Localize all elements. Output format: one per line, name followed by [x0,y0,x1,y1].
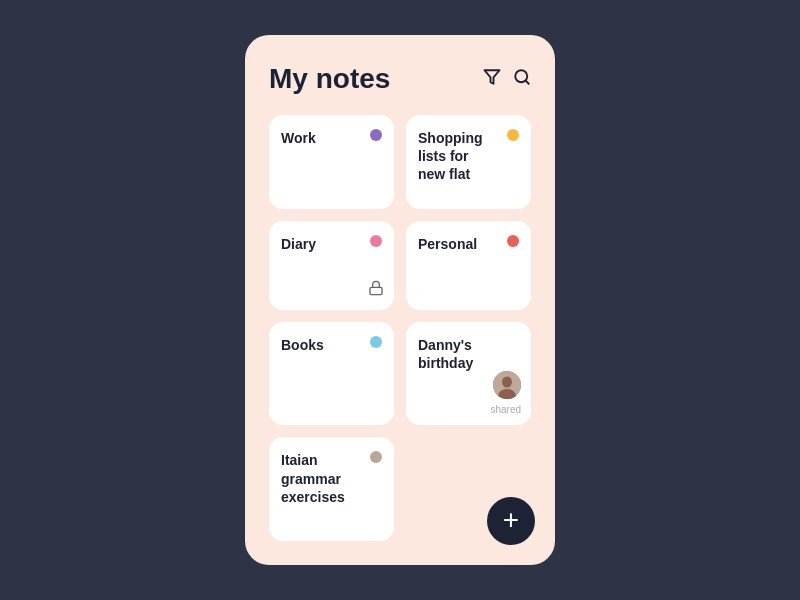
note-title-italian: Itaian grammar exercises [281,451,382,506]
note-card-shopping[interactable]: Shopping lists for new flat [406,115,531,209]
note-title-personal: Personal [418,235,519,253]
notes-grid: Work Shopping lists for new flat Diary P… [269,115,531,541]
add-note-button[interactable]: + [487,497,535,545]
search-icon[interactable] [513,68,531,91]
note-card-books[interactable]: Books [269,322,394,426]
svg-rect-3 [370,287,382,294]
note-dot-shopping [507,129,519,141]
header-icons [483,68,531,91]
filter-icon[interactable] [483,68,501,91]
note-card-diary[interactable]: Diary [269,221,394,310]
note-dot-books [370,336,382,348]
svg-point-5 [502,377,512,388]
note-card-personal[interactable]: Personal [406,221,531,310]
note-dot-work [370,129,382,141]
lock-icon [368,280,384,300]
note-title-books: Books [281,336,382,354]
svg-line-2 [525,80,528,83]
note-title-diary: Diary [281,235,382,253]
note-title-shopping: Shopping lists for new flat [418,129,519,184]
note-card-italian[interactable]: Itaian grammar exercises [269,437,394,541]
avatar [493,371,521,399]
app-container: My notes Work Shopping lists for new fla [245,35,555,565]
note-title-work: Work [281,129,382,147]
shared-label: shared [490,404,521,415]
svg-marker-0 [485,70,500,84]
header: My notes [269,63,531,95]
note-card-work[interactable]: Work [269,115,394,209]
note-title-danny: Danny's birthday [418,336,519,372]
note-card-danny[interactable]: Danny's birthday shared [406,322,531,426]
page-title: My notes [269,63,390,95]
avatar-image [493,371,521,399]
